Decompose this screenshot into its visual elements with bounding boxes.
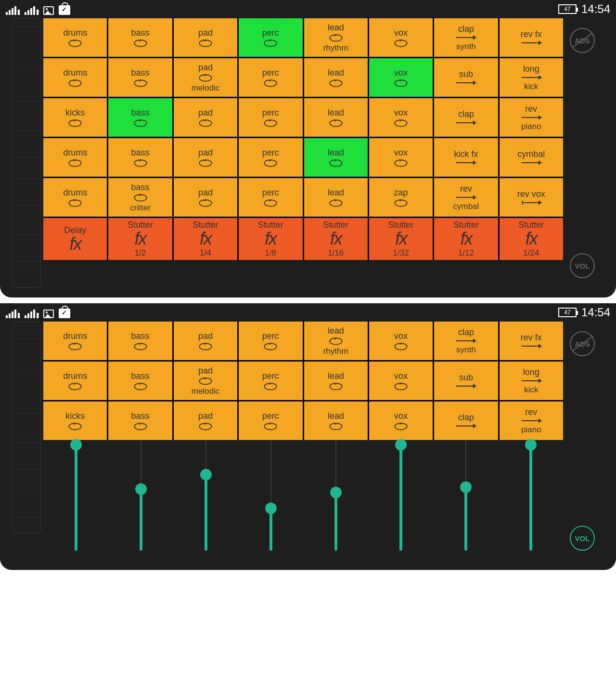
pad-cell[interactable]: kick fx (434, 138, 498, 177)
fader[interactable] (182, 440, 230, 551)
loop-icon (132, 118, 149, 128)
pad-label: pad (198, 331, 213, 341)
pad-cell[interactable]: padmelodic (174, 362, 237, 400)
pad-cell[interactable]: vox (369, 98, 433, 137)
ads-button[interactable]: ADS (570, 28, 595, 53)
pad-cell[interactable]: vox (369, 401, 433, 440)
pad-cell[interactable]: bass (108, 18, 172, 57)
pad-cell[interactable]: sub (434, 58, 498, 97)
pad-cell[interactable]: longkick (500, 362, 563, 400)
pad-cell[interactable]: lead (304, 58, 368, 97)
pad-cell[interactable]: clap (434, 98, 498, 137)
pad-label: lead (328, 326, 344, 336)
status-bar: 1 2 47 14:54 (0, 303, 616, 322)
pad-cell[interactable]: vox (369, 322, 433, 360)
fx-cell[interactable]: Stutterfx1/8 (239, 218, 302, 260)
pad-cell[interactable]: lead (304, 362, 368, 400)
pad-cell[interactable]: bass (108, 322, 172, 360)
pad-label: bass (131, 411, 150, 421)
volume-button[interactable]: VOL (570, 526, 595, 551)
pad-cell[interactable]: drums (43, 322, 107, 360)
pad-cell[interactable]: clapsynth (434, 18, 498, 57)
pad-sublabel: cymbal (453, 202, 479, 211)
pad-cell[interactable]: leadrhythm (304, 18, 368, 57)
fx-cell[interactable]: Stutterfx1/24 (500, 218, 563, 260)
fx-cell[interactable]: Delayfx (43, 218, 107, 260)
pad-cell[interactable]: revpiano (500, 401, 563, 440)
fx-cell[interactable]: Stutterfx1/16 (304, 218, 368, 260)
fader[interactable] (312, 440, 360, 551)
pad-cell[interactable]: kicks (43, 98, 107, 137)
fader[interactable] (117, 440, 165, 551)
pad-cell[interactable]: pad (174, 138, 237, 177)
loop-icon (328, 381, 344, 391)
volume-button[interactable]: VOL (570, 253, 595, 278)
pad-cell[interactable]: clapsynth (434, 322, 498, 360)
fx-cell[interactable]: Stutterfx1/32 (369, 218, 433, 260)
fader[interactable] (507, 440, 555, 551)
pad-cell[interactable]: rev fx (500, 18, 563, 57)
pad-cell[interactable]: longkick (500, 58, 563, 97)
pad-cell[interactable]: drums (43, 58, 107, 97)
pad-cell[interactable]: sub (434, 362, 498, 400)
waveform-sidebar[interactable] (10, 322, 43, 560)
pad-cell[interactable]: perc (239, 362, 302, 400)
fader[interactable] (442, 440, 490, 551)
pad-cell[interactable]: basscritter (108, 178, 172, 217)
pad-cell[interactable]: perc (239, 178, 302, 217)
pad-cell[interactable]: kicks (43, 401, 107, 440)
pad-cell[interactable]: bass (108, 98, 172, 137)
pad-label: clap (458, 24, 474, 34)
pad-cell[interactable]: leadrhythm (304, 322, 368, 360)
pad-cell[interactable]: revpiano (500, 98, 563, 137)
pad-cell[interactable]: pad (174, 178, 237, 217)
loop-icon (262, 118, 279, 128)
pad-cell[interactable]: perc (239, 138, 302, 177)
pad-cell[interactable]: pad (174, 401, 237, 440)
pad-cell[interactable]: cymbal (500, 138, 563, 177)
arrow-icon (521, 417, 542, 424)
pad-cell[interactable]: lead (304, 98, 368, 137)
pad-cell[interactable]: lead (304, 401, 368, 440)
pad-cell[interactable]: perc (239, 98, 302, 137)
pad-cell[interactable]: padmelodic (174, 58, 237, 97)
fader[interactable] (377, 440, 425, 551)
pad-cell[interactable]: pad (174, 98, 237, 137)
pad-cell[interactable]: vox (369, 18, 433, 57)
pad-cell[interactable]: perc (239, 401, 302, 440)
pad-cell[interactable]: vox (369, 362, 433, 400)
pad-cell[interactable]: pad (174, 322, 237, 360)
pad-cell[interactable]: lead (304, 138, 368, 177)
fx-cell[interactable]: Stutterfx1/12 (434, 218, 498, 260)
loop-icon (328, 78, 344, 88)
pad-cell[interactable]: bass (108, 362, 172, 400)
pad-cell[interactable]: drums (43, 18, 107, 57)
pad-cell[interactable]: perc (239, 18, 302, 57)
waveform-sidebar[interactable] (10, 18, 43, 288)
pad-cell[interactable]: drums (43, 362, 107, 400)
pad-cell[interactable]: vox (369, 138, 433, 177)
pad-cell[interactable]: bass (108, 138, 172, 177)
pad-cell[interactable]: perc (239, 58, 302, 97)
pad-cell[interactable]: clap (434, 401, 498, 440)
pad-cell[interactable]: perc (239, 322, 302, 360)
fx-cell[interactable]: Stutterfx1/4 (174, 218, 237, 260)
pad-cell[interactable]: zap (369, 178, 433, 217)
pad-cell[interactable]: rev fx (500, 322, 563, 360)
pad-cell[interactable]: bass (108, 58, 172, 97)
fader[interactable] (247, 440, 295, 551)
pad-cell[interactable]: rev vox (500, 178, 563, 217)
fx-cell[interactable]: Stutterfx1/2 (108, 218, 172, 260)
loop-icon (262, 421, 279, 431)
pad-cell[interactable]: revcymbal (434, 178, 498, 217)
pad-cell[interactable]: drums (43, 138, 107, 177)
arrow-icon (455, 159, 476, 166)
pad-cell[interactable]: drums (43, 178, 107, 217)
fader[interactable] (52, 440, 100, 551)
pad-cell[interactable]: bass (108, 401, 172, 440)
pad-cell[interactable]: pad (174, 18, 237, 57)
pad-cell[interactable]: vox (369, 58, 433, 97)
ads-button[interactable]: ADS (570, 331, 595, 356)
picture-icon (43, 310, 54, 318)
pad-cell[interactable]: lead (304, 178, 368, 217)
